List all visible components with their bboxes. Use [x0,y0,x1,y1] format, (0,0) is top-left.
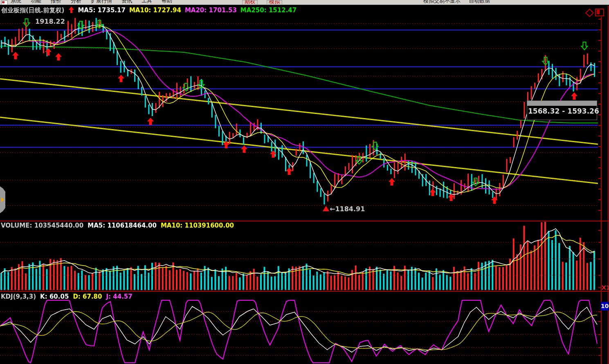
ma20-value: MA20: 1701.53 [185,7,237,14]
volume-ma5-value: MA5: 110618464.00 [88,222,157,229]
main-pane-header: 创业板指(日线.前复权)MA5: 1735.17MA10: 1727.94MA2… [1,7,300,15]
price-range-tooltip: 1568.32 - 1593.26 [527,100,597,120]
menu-items: 系统功能报价分析扩展行情资讯工具帮助 [11,0,182,4]
ma10-value: MA10: 1727.94 [129,7,181,14]
volume-ma10-value: MA10: 110391600.00 [161,222,234,229]
kdj-pane-header: KDJ(9,3,3)K: 60.05D: 67.80J: 44.57 [1,293,137,300]
status-text-right: 自动数据 [469,0,490,4]
menu-status-text: 模拟交易不显示 自动数据 [423,0,497,4]
menu-button-simulation-label: 模拟 [269,0,280,5]
high-price-label: 1918.22 [35,18,65,25]
split-window-icon[interactable] [595,9,604,16]
status-text-left: 模拟交易不显示 [423,0,461,4]
menu-button-simulation[interactable]: 模拟 [267,0,282,5]
expand-arrow-icon [1,197,4,202]
kdj-k-value: K: 60.05 [40,293,69,300]
ma5-value: MA5: 1735.17 [78,7,126,14]
menu-item-system[interactable]: 系统 [11,0,21,4]
ma250-value: MA250: 1512.47 [240,7,297,14]
menu-item-news[interactable]: 资讯 [121,0,132,4]
low-price-label: ←1184.91 [330,205,365,213]
kdj-scale-label: 100 [601,302,609,310]
menu-item-quote[interactable]: 报价 [51,0,61,4]
app-icon[interactable] [1,0,8,5]
volume-pane-header: VOLUME: 103545440.00MA5: 110618464.00MA1… [1,222,238,229]
kdj-j-value: J: 44.57 [106,293,133,300]
symbol-title: 创业板指(日线.前复权) [1,7,64,14]
menu-bar: 系统功能报价分析扩展行情资讯工具帮助 期权 模拟 模拟交易不显示 自动数据 [0,0,609,5]
menu-item-function[interactable]: 功能 [31,0,41,4]
menu-item-tools[interactable]: 工具 [142,0,152,4]
trading-app-window: { "menu": { "items": ["系统","功能","报价","分析… [0,0,609,364]
tooltip-range-text: 1568.32 - 1593.26 [527,106,597,115]
menu-item-extended[interactable]: 扩展行情 [91,0,112,4]
chart-canvas[interactable] [0,0,609,364]
menu-button-options-label: 期权 [245,0,255,5]
kdj-name: KDJ(9,3,3) [1,293,36,300]
up-arrow-icon [69,7,74,15]
menu-item-analysis[interactable]: 分析 [71,0,81,4]
volume-scale-label: X1 [602,284,609,291]
menu-item-help[interactable]: 帮助 [162,0,172,4]
volume-value: VOLUME: 103545440.00 [1,222,83,229]
kdj-d-value: D: 67.80 [73,293,102,300]
menu-button-options[interactable]: 期权 [242,0,258,5]
tooltip-drag-bar[interactable] [527,101,597,106]
